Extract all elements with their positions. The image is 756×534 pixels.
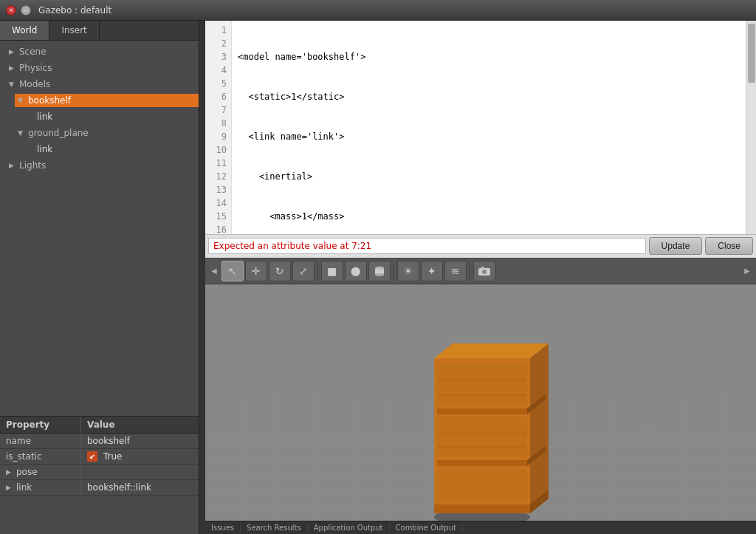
code-line-4: <inertial> xyxy=(238,170,740,183)
tool-sphere-button[interactable]: ● xyxy=(345,261,367,281)
point-light-icon: ✦ xyxy=(427,265,436,277)
tool-scale-button[interactable]: ⤢ xyxy=(292,261,315,281)
tool-point-light-button[interactable]: ✦ xyxy=(421,261,443,281)
toolbar-expand-left[interactable]: ◀ xyxy=(208,267,220,275)
select-icon: ↖ xyxy=(228,265,237,277)
ground-link-arrow xyxy=(27,146,37,153)
code-line-2: <static>1</static> xyxy=(238,90,740,103)
close-window-button[interactable]: ✕ xyxy=(6,5,16,16)
scene-tree: ▶ Scene ▶ Physics ▼ Models ▼ bo xyxy=(0,41,199,416)
tool-sun-button[interactable]: ☀ xyxy=(397,261,419,281)
tool-rotate-button[interactable]: ↻ xyxy=(269,261,291,281)
prop-row-link[interactable]: ▶ link bookshelf::link xyxy=(0,480,199,496)
cylinder-icon xyxy=(374,265,385,277)
tree-item-models[interactable]: ▼ Models xyxy=(0,76,199,92)
tool-camera-button[interactable] xyxy=(473,261,495,281)
prop-row-name[interactable]: name bookshelf xyxy=(0,434,199,449)
scrollbar-thumb[interactable] xyxy=(748,24,755,83)
tab-insert[interactable]: Insert xyxy=(49,21,99,40)
link-expand-arrow: ▶ xyxy=(6,484,16,491)
translate-icon: ✛ xyxy=(252,265,261,277)
status-search[interactable]: Search Results xyxy=(241,524,308,532)
prop-is-static-key: is_static xyxy=(0,449,81,464)
svg-rect-42 xyxy=(437,364,527,405)
code-content: 12345 678910 1112131415 1617181920 2122 … xyxy=(205,21,756,234)
viewport-grid xyxy=(205,284,756,521)
close-button[interactable]: Close xyxy=(705,237,753,255)
pose-expand-arrow: ▶ xyxy=(6,468,16,476)
main-layout: World Insert ▶ Scene ▶ Physics ▼ Mo xyxy=(0,21,756,534)
prop-pose-key: ▶ pose xyxy=(0,465,81,479)
status-application[interactable]: Application Output xyxy=(308,524,390,532)
svg-point-1 xyxy=(375,267,384,270)
status-combine[interactable]: Combine Output xyxy=(390,524,463,532)
lights-label: Lights xyxy=(19,160,46,171)
tree-item-ground-plane[interactable]: ▼ ground_plane xyxy=(0,125,199,141)
window-controls: ✕ − xyxy=(6,5,31,16)
tree-item-bookshelf[interactable]: ▼ bookshelf xyxy=(0,92,199,109)
tree-item-physics[interactable]: ▶ Physics xyxy=(0,60,199,76)
window-title: Gazebo : default xyxy=(38,5,111,16)
prop-name-val: bookshelf xyxy=(81,434,199,448)
svg-rect-40 xyxy=(437,460,527,466)
ground-plane-label: ground_plane xyxy=(28,128,89,138)
value-col-header: Value xyxy=(81,417,121,433)
bookshelf-arrow: ▼ xyxy=(18,97,28,104)
scene-arrow: ▶ xyxy=(9,48,19,55)
toolbar-sep-3 xyxy=(470,264,470,278)
rotate-icon: ↻ xyxy=(275,265,284,277)
tree-item-scene[interactable]: ▶ Scene xyxy=(0,44,199,60)
left-panel: World Insert ▶ Scene ▶ Physics ▼ Mo xyxy=(0,21,199,534)
titlebar: ✕ − Gazebo : default xyxy=(0,0,756,21)
code-scrollbar[interactable] xyxy=(746,21,756,234)
prop-link-key: ▶ link xyxy=(0,480,81,495)
box-icon: ■ xyxy=(327,265,337,277)
prop-pose-val xyxy=(81,470,199,474)
tree-item-lights[interactable]: ▶ Lights xyxy=(0,157,199,174)
link-label: link xyxy=(37,112,52,122)
3d-viewport[interactable] xyxy=(205,284,756,521)
scale-icon: ⤢ xyxy=(299,265,308,277)
toolbar-sep-2 xyxy=(394,264,394,278)
svg-point-4 xyxy=(482,270,487,274)
ground-arrow: ▼ xyxy=(18,129,28,137)
error-message: Expected an attribute value at 7:21 xyxy=(208,238,646,254)
svg-marker-34 xyxy=(530,343,549,513)
tree-item-link[interactable]: link xyxy=(0,109,199,125)
error-bar: Expected an attribute value at 7:21 Upda… xyxy=(205,234,756,258)
camera-icon xyxy=(478,266,491,276)
prop-is-static-val: ✔ True xyxy=(81,449,199,464)
update-button[interactable]: Update xyxy=(649,237,703,255)
prop-name-key: name xyxy=(0,434,81,448)
code-editor[interactable]: 12345 678910 1112131415 1617181920 2122 … xyxy=(205,21,756,258)
tool-translate-button[interactable]: ✛ xyxy=(245,261,267,281)
toolbar-sep-1 xyxy=(317,264,318,278)
prop-row-pose[interactable]: ▶ pose xyxy=(0,465,199,480)
tree-item-ground-link[interactable]: link xyxy=(0,141,199,157)
bookshelf-3d-model xyxy=(434,343,549,521)
scene-label: Scene xyxy=(19,47,47,57)
properties-panel: Property Value name bookshelf is_static … xyxy=(0,416,199,534)
status-issues[interactable]: Issues xyxy=(205,524,241,532)
right-panel: 12345 678910 1112131415 1617181920 2122 … xyxy=(205,21,756,534)
tab-world[interactable]: World xyxy=(0,21,49,40)
svg-rect-38 xyxy=(437,408,527,414)
prop-row-is-static[interactable]: is_static ✔ True xyxy=(0,449,199,465)
status-bar: Issues Search Results Application Output… xyxy=(205,521,756,534)
tool-cylinder-button[interactable] xyxy=(368,261,391,281)
physics-arrow: ▶ xyxy=(9,64,19,72)
viewport-toolbar: ◀ ↖ ✛ ↻ ⤢ ■ ● xyxy=(205,258,756,284)
physics-label: Physics xyxy=(19,63,52,73)
tool-select-button[interactable]: ↖ xyxy=(221,261,244,281)
checkbox-true-icon: ✔ xyxy=(87,451,97,462)
panel-resize-handle[interactable]: ⋮ xyxy=(199,21,205,534)
tool-box-button[interactable]: ■ xyxy=(321,261,343,281)
svg-marker-35 xyxy=(434,343,549,358)
prop-link-val: bookshelf::link xyxy=(81,480,199,495)
bookshelf-label: bookshelf xyxy=(28,95,71,106)
minimize-window-button[interactable]: − xyxy=(21,5,31,16)
toolbar-expand-right[interactable]: ▶ xyxy=(741,267,753,275)
code-line-5: <mass>1</mass> xyxy=(238,210,740,223)
tool-spot-light-button[interactable]: ≋ xyxy=(444,261,467,281)
sun-icon: ☀ xyxy=(403,265,413,277)
